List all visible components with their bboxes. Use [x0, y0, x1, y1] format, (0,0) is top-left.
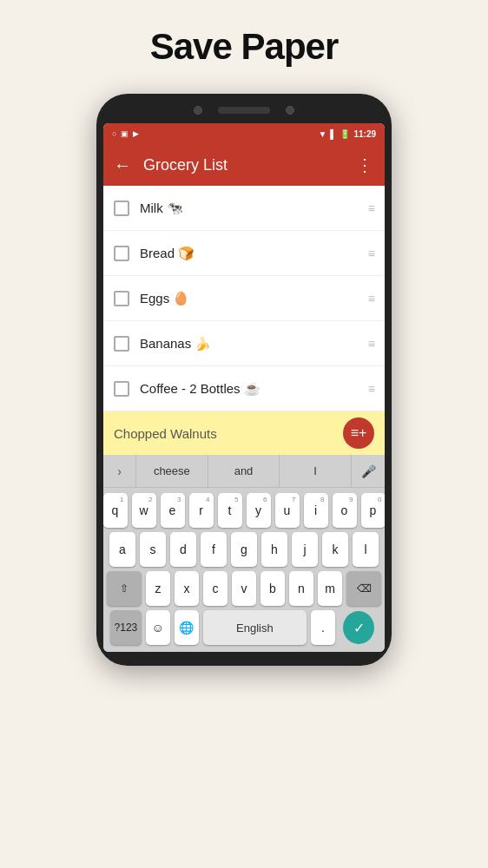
mic-button[interactable]: 🎤	[352, 455, 385, 487]
key-p[interactable]: 0p	[361, 493, 386, 528]
suggest-word-2[interactable]: and	[208, 455, 280, 487]
page-title: Save Paper	[150, 26, 339, 68]
list-item: Coffee - 2 Bottles ☕ ≡	[103, 366, 385, 411]
drag-handle-3[interactable]: ≡	[368, 292, 374, 306]
key-r[interactable]: 4r	[189, 493, 214, 528]
list-item: Bananas 🍌 ≡	[103, 321, 385, 366]
back-button[interactable]: ←	[114, 155, 131, 175]
key-x[interactable]: x	[175, 571, 199, 606]
period-key[interactable]: .	[311, 610, 335, 645]
checkbox-3[interactable]	[114, 291, 129, 306]
key-m[interactable]: m	[318, 571, 342, 606]
key-c[interactable]: c	[203, 571, 228, 606]
sym-key[interactable]: ?123	[110, 610, 142, 645]
item-label-4: Bananas 🍌	[140, 336, 368, 352]
status-left: ○ ▣ ▶	[112, 129, 139, 138]
key-f[interactable]: f	[201, 532, 227, 567]
key-d[interactable]: d	[170, 532, 196, 567]
key-row-1: 1q 2w 3e 4r 5t 6y 7u 8i 9o 0p	[107, 493, 381, 528]
drag-handle-4[interactable]: ≡	[368, 337, 374, 351]
phone-frame: ○ ▣ ▶ ▼ ▌ 🔋 11:29 ← Grocery List ⋮ Milk …	[96, 94, 392, 666]
input-row: ≡+	[103, 411, 385, 455]
key-row-4: ?123 ☺ 🌐 English . ✓	[107, 610, 381, 645]
key-u[interactable]: 7u	[275, 493, 300, 528]
key-y[interactable]: 6y	[247, 493, 271, 528]
shift-key[interactable]: ⇧	[107, 571, 142, 606]
suggest-expand[interactable]: ›	[103, 455, 136, 487]
key-e[interactable]: 3e	[161, 493, 185, 528]
item-label-3: Eggs 🥚	[140, 291, 368, 306]
key-l[interactable]: l	[353, 532, 379, 567]
status-right: ▼ ▌ 🔋 11:29	[318, 129, 376, 139]
checkbox-5[interactable]	[114, 381, 129, 397]
item-label-2: Bread 🍞	[140, 246, 368, 261]
drag-handle-1[interactable]: ≡	[368, 201, 374, 215]
keyboard: 1q 2w 3e 4r 5t 6y 7u 8i 9o 0p a s d f g …	[103, 488, 385, 652]
key-row-3: ⇧ z x c v b n m ⌫	[107, 571, 381, 606]
app-bar: ← Grocery List ⋮	[103, 144, 385, 186]
key-w[interactable]: 2w	[132, 493, 156, 528]
add-icon: ≡+	[351, 425, 367, 441]
key-h[interactable]: h	[261, 532, 287, 567]
key-o[interactable]: 9o	[333, 493, 357, 528]
key-t[interactable]: 5t	[218, 493, 242, 528]
phone-top-bar	[103, 106, 385, 115]
key-i[interactable]: 8i	[304, 493, 328, 528]
done-wrap: ✓	[340, 611, 378, 644]
checkbox-4[interactable]	[114, 336, 129, 352]
key-q[interactable]: 1q	[103, 493, 128, 528]
item-label-1: Milk 🐄	[140, 201, 368, 216]
key-row-2: a s d f g h j k l	[107, 532, 381, 567]
done-key[interactable]: ✓	[343, 611, 374, 644]
key-v[interactable]: v	[232, 571, 256, 606]
key-j[interactable]: j	[292, 532, 318, 567]
menu-button[interactable]: ⋮	[356, 155, 374, 175]
app-bar-title: Grocery List	[143, 156, 344, 174]
speaker	[218, 107, 270, 114]
key-a[interactable]: a	[109, 532, 135, 567]
list-container: Milk 🐄 ≡ Bread 🍞 ≡ Eggs 🥚 ≡ Bananas 🍌 ≡	[103, 186, 385, 411]
list-item: Bread 🍞 ≡	[103, 231, 385, 276]
phone-screen: ○ ▣ ▶ ▼ ▌ 🔋 11:29 ← Grocery List ⋮ Milk …	[103, 123, 385, 652]
suggest-word-1[interactable]: cheese	[136, 455, 208, 487]
drag-handle-2[interactable]: ≡	[368, 247, 374, 260]
battery-icon: 🔋	[340, 129, 350, 139]
list-item: Milk 🐄 ≡	[103, 186, 385, 231]
checkbox-1[interactable]	[114, 201, 129, 216]
key-k[interactable]: k	[322, 532, 348, 567]
new-item-input[interactable]	[114, 426, 343, 441]
key-s[interactable]: s	[140, 532, 166, 567]
suggest-words: cheese and I	[136, 455, 352, 487]
wifi-icon: ▼	[318, 129, 326, 139]
camera-right	[286, 106, 294, 115]
backspace-key[interactable]: ⌫	[346, 571, 381, 606]
key-g[interactable]: g	[231, 532, 257, 567]
keyboard-suggestions: › cheese and I 🎤	[103, 455, 385, 488]
key-z[interactable]: z	[146, 571, 170, 606]
key-b[interactable]: b	[260, 571, 285, 606]
key-n[interactable]: n	[289, 571, 313, 606]
signal-icon: ▌	[330, 129, 336, 139]
status-icon-play: ▶	[133, 129, 139, 138]
globe-key[interactable]: 🌐	[175, 610, 199, 645]
list-item: Eggs 🥚 ≡	[103, 276, 385, 321]
drag-handle-5[interactable]: ≡	[368, 382, 374, 396]
space-key[interactable]: English	[203, 610, 307, 645]
status-time: 11:29	[353, 129, 376, 139]
item-label-5: Coffee - 2 Bottles ☕	[140, 381, 368, 397]
add-item-button[interactable]: ≡+	[343, 418, 374, 449]
status-icon-sim: ▣	[121, 129, 129, 138]
camera	[194, 106, 202, 115]
status-icon-circle: ○	[112, 129, 116, 138]
suggest-word-3[interactable]: I	[280, 455, 352, 487]
checkbox-2[interactable]	[114, 246, 129, 261]
status-bar: ○ ▣ ▶ ▼ ▌ 🔋 11:29	[103, 123, 385, 144]
emoji-key[interactable]: ☺	[146, 610, 170, 645]
